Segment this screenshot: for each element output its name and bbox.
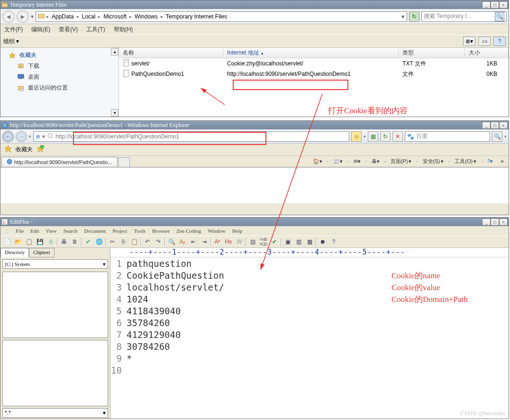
col-size[interactable]: 大小	[465, 48, 509, 58]
save-icon[interactable]: 💾	[35, 237, 45, 247]
ie-titlebar[interactable]: http://localhost:9090/servlet/PathQuesti…	[0, 121, 509, 129]
redo-icon[interactable]: ↷	[154, 237, 163, 247]
menu-tools[interactable]: 工具(T)	[86, 26, 105, 34]
maximize-button[interactable]: □	[491, 122, 499, 129]
menu-edit[interactable]: Edit	[30, 228, 39, 234]
menu-tools[interactable]: Tools	[134, 228, 146, 234]
tree-favorites[interactable]: 收藏夹	[0, 50, 118, 61]
table-row[interactable]: servlet/ Cookie:zhy@localhost/servlet/ T…	[119, 58, 509, 69]
organize-button[interactable]: 组织 ▾	[3, 37, 19, 46]
safety-menu[interactable]: 安全(S)▾	[421, 157, 446, 165]
minimize-button[interactable]: _	[482, 122, 491, 129]
hex-icon[interactable]: Hx	[224, 237, 233, 247]
menu-browser[interactable]: Browser	[152, 228, 170, 234]
open-file-icon[interactable]: 📂	[13, 237, 23, 247]
stop-button[interactable]: ✕	[392, 131, 403, 142]
bc-microsoft[interactable]: Microsoft	[101, 13, 128, 20]
menu-project[interactable]: Project	[112, 228, 127, 234]
favorites-label[interactable]: 收藏夹	[16, 146, 33, 154]
ep-titlebar[interactable]: E EditPlus - _ □ ×	[0, 218, 509, 226]
tab-cliptext[interactable]: Cliptext	[29, 248, 54, 257]
indent-left-icon[interactable]: ⇤	[189, 237, 198, 247]
search-icon[interactable]: 🔍	[495, 12, 504, 21]
home-button[interactable]: 🏠▾	[311, 158, 324, 165]
table-row[interactable]: PathQuestionDemo1 http://localhost:9090/…	[119, 69, 509, 79]
wrap-icon[interactable]: W	[235, 237, 244, 247]
address-dropdown-icon[interactable]: ▾	[399, 13, 407, 20]
chevron-expand-icon[interactable]: »	[498, 158, 504, 164]
preview-icon[interactable]: 🗎	[70, 237, 80, 247]
history-dropdown-icon[interactable]: ▾	[29, 134, 31, 139]
tree-downloads[interactable]: 下载	[0, 61, 118, 72]
undo-icon[interactable]: ↶	[143, 237, 152, 247]
help-icon[interactable]: ?	[329, 237, 338, 247]
star-icon[interactable]	[4, 145, 12, 154]
save-all-icon[interactable]: ⎙	[46, 237, 55, 247]
spellcheck-icon[interactable]: ✔	[83, 237, 93, 247]
bc-tif[interactable]: Temporary Internet Files	[164, 13, 229, 20]
menu-file[interactable]: 文件(F)	[4, 26, 23, 34]
addr-dropdown-icon[interactable]: ▾	[364, 134, 366, 139]
mail-button[interactable]: ✉▾	[352, 158, 363, 165]
chevron-right-icon[interactable]: ▸	[98, 14, 100, 19]
tree-recent[interactable]: 最近访问的位置	[0, 82, 118, 93]
browser-tab[interactable]: http://localhost:9090/servlet/PathQuesti…	[1, 157, 118, 167]
menu-window[interactable]: Window	[208, 228, 225, 234]
explorer-titlebar[interactable]: Temporary Internet Files _ □ ×	[0, 0, 509, 9]
col-internet-address[interactable]: Internet 地址 ▴	[223, 48, 399, 58]
search-provider-box[interactable]: 🐾 百度	[405, 131, 490, 142]
compat-button[interactable]: ◎	[351, 131, 362, 142]
tree-desktop[interactable]: 桌面	[0, 72, 118, 82]
copy-icon[interactable]: ⎘	[118, 237, 128, 247]
forward-button[interactable]: →	[16, 131, 27, 142]
search-input[interactable]: 搜索 Temporary I... 🔍	[421, 11, 507, 22]
forward-button[interactable]: ►	[17, 10, 29, 23]
tree-scroll-down[interactable]: ▾	[111, 109, 118, 117]
help-button[interactable]: ?	[493, 37, 506, 46]
panel3-icon[interactable]: ▦	[305, 237, 314, 247]
maximize-button[interactable]: □	[491, 1, 499, 9]
close-button[interactable]: ×	[499, 219, 508, 226]
refresh-button[interactable]: ↻	[380, 131, 391, 142]
add-favorite-icon[interactable]: +	[36, 145, 44, 154]
menu-document[interactable]: Document	[84, 228, 106, 234]
menu-help[interactable]: Help	[232, 228, 242, 234]
back-button[interactable]: ◄	[2, 10, 15, 23]
minimize-button[interactable]: _	[482, 219, 491, 226]
drive-selector[interactable]: [C:] System▾	[2, 259, 108, 269]
tab-directory[interactable]: Directory	[0, 248, 29, 257]
close-button[interactable]: ×	[499, 122, 508, 129]
font-icon[interactable]: Aᵃ	[213, 237, 222, 247]
record-icon[interactable]: ⏺	[318, 237, 328, 247]
refresh-button[interactable]: ↻	[409, 11, 419, 22]
menu-edit[interactable]: 编辑(E)	[31, 26, 50, 34]
bc-local[interactable]: Local	[80, 13, 98, 20]
print-icon[interactable]: 🖶	[59, 237, 69, 247]
print-button[interactable]: 🖶▾	[370, 158, 382, 165]
bc-appdata[interactable]: AppData	[50, 13, 76, 20]
breadcrumb[interactable]: ▸ AppData ▸ Local ▸ Microsoft ▸ Windows …	[36, 11, 407, 22]
template-icon[interactable]: 📋	[24, 237, 34, 247]
tab-new-icon[interactable]: ⊕	[36, 133, 40, 140]
chevron-right-icon[interactable]: ▸	[161, 14, 163, 19]
menu-search[interactable]: Search	[64, 228, 78, 234]
directory-tree[interactable]	[2, 272, 108, 338]
new-file-icon[interactable]: 📄	[2, 237, 12, 247]
menu-file[interactable]: File	[16, 228, 24, 234]
panel2-icon[interactable]: ▥	[294, 237, 303, 247]
help-button[interactable]: ?▾	[485, 158, 495, 165]
page-menu[interactable]: 页面(P)▾	[389, 157, 414, 165]
search-provider-dropdown-icon[interactable]: ▾	[504, 134, 507, 139]
browser-icon[interactable]: 🌐	[94, 237, 104, 247]
search-go-button[interactable]: 🔍	[492, 131, 502, 142]
col-sel-icon[interactable]: ▤	[248, 237, 257, 247]
bc-windows[interactable]: Windows	[133, 13, 160, 20]
editor-pane[interactable]: ----+----1----+----2----+----3----+----4…	[110, 248, 509, 419]
menu-zencoding[interactable]: Zen Coding	[176, 228, 201, 234]
paste-icon[interactable]: 📋	[129, 237, 139, 247]
go-button[interactable]: ▦	[368, 131, 378, 142]
col-type[interactable]: 类型	[399, 48, 465, 58]
close-button[interactable]: ×	[499, 1, 508, 9]
menu-view[interactable]: View	[46, 228, 56, 234]
panel1-icon[interactable]: ▣	[283, 237, 292, 247]
